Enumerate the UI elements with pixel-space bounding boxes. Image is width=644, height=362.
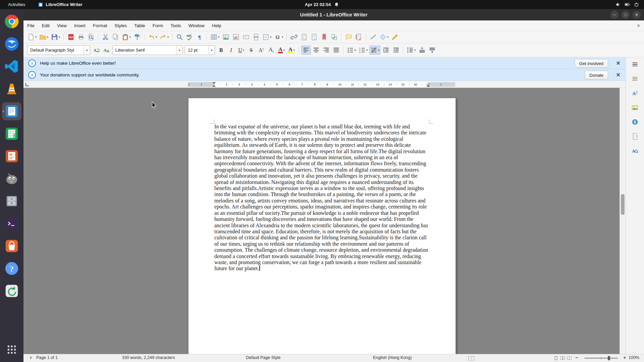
font-color-button[interactable]: ▾ bbox=[277, 46, 286, 55]
decrease-paragraph-spacing-button[interactable] bbox=[427, 46, 437, 55]
align-left-button[interactable] bbox=[301, 46, 311, 55]
dock-libreoffice-writer[interactable] bbox=[2, 102, 21, 120]
dropdown-arrow-icon[interactable]: ▾ bbox=[167, 36, 169, 39]
dropdown-arrow-icon[interactable]: ▾ bbox=[283, 49, 285, 52]
selection-mode-icon[interactable]: I bbox=[468, 356, 474, 360]
get-involved-button[interactable]: Get involved bbox=[575, 59, 608, 68]
unordered-list-button[interactable]: ▾ bbox=[346, 46, 357, 55]
volume-icon[interactable] bbox=[615, 2, 621, 7]
scrollbar-thumb[interactable] bbox=[621, 194, 625, 215]
menu-insert[interactable]: Insert bbox=[70, 21, 89, 30]
menu-format[interactable]: Format bbox=[89, 21, 111, 30]
insert-textbox-button[interactable] bbox=[241, 33, 251, 42]
menu-help[interactable]: Help bbox=[208, 21, 225, 30]
dropdown-arrow-icon[interactable]: ▾ bbox=[156, 36, 157, 39]
justify-button[interactable] bbox=[331, 46, 341, 55]
close-document-icon[interactable]: × bbox=[637, 23, 640, 28]
title-bar[interactable]: Untitled 1 - LibreOffice Writer ─ □ × bbox=[23, 9, 644, 20]
menu-table[interactable]: Table bbox=[130, 21, 149, 30]
menu-form[interactable]: Form bbox=[149, 21, 167, 30]
export-pdf-button[interactable] bbox=[66, 33, 75, 42]
decrease-indent-button[interactable] bbox=[391, 46, 400, 55]
insert-bookmark-button[interactable] bbox=[319, 33, 329, 42]
no-list-button[interactable]: ▾ bbox=[369, 46, 380, 55]
undo-button[interactable]: ▾ bbox=[147, 33, 158, 42]
show-applications-button[interactable] bbox=[2, 341, 21, 359]
sidebar-properties-button[interactable] bbox=[630, 74, 640, 83]
close-button[interactable]: × bbox=[633, 11, 641, 19]
minimize-button[interactable]: ─ bbox=[610, 11, 619, 19]
sidebar-sidebar-settings-button[interactable] bbox=[630, 60, 640, 69]
multi-page-view-icon[interactable] bbox=[560, 356, 565, 361]
first-line-indent-marker[interactable] bbox=[212, 82, 216, 84]
dropdown-arrow-icon[interactable]: ▾ bbox=[366, 49, 368, 52]
basic-shapes-button[interactable]: ▾ bbox=[378, 33, 389, 42]
open-button[interactable]: ▾ bbox=[38, 33, 49, 42]
insert-image-button[interactable] bbox=[221, 33, 230, 42]
donate-button[interactable]: Donate bbox=[585, 71, 608, 79]
document-text[interactable]: In the vast expanse of the universe, our… bbox=[214, 124, 429, 272]
dropdown-arrow-icon[interactable]: ▾ bbox=[35, 36, 37, 39]
increase-indent-button[interactable] bbox=[381, 46, 390, 55]
menu-view[interactable]: View bbox=[53, 21, 70, 30]
page-number-status[interactable]: Page 1 of 1 bbox=[36, 355, 58, 360]
print-button[interactable] bbox=[76, 33, 86, 42]
dropdown-arrow-icon[interactable]: ▾ bbox=[387, 36, 388, 39]
insert-table-button[interactable]: ▾ bbox=[209, 33, 220, 42]
sidebar-styles-button[interactable] bbox=[630, 89, 640, 98]
focused-app-indicator[interactable]: LibreOffice Writer bbox=[38, 2, 83, 7]
dock-terminal[interactable] bbox=[2, 215, 21, 233]
strikethrough-button[interactable] bbox=[247, 46, 256, 55]
dropdown-arrow-icon[interactable]: ▾ bbox=[355, 49, 356, 52]
update-style-button[interactable] bbox=[92, 46, 101, 55]
insert-page-break-button[interactable] bbox=[251, 33, 261, 42]
insert-chart-button[interactable] bbox=[231, 33, 240, 42]
infobar-close-icon[interactable]: × bbox=[616, 70, 620, 79]
insert-line-button[interactable] bbox=[368, 33, 378, 42]
system-tray[interactable] bbox=[615, 2, 639, 7]
dropdown-arrow-icon[interactable]: ▾ bbox=[59, 36, 60, 39]
bold-button[interactable] bbox=[216, 46, 226, 55]
insert-cross-reference-button[interactable] bbox=[329, 33, 339, 42]
font-size-combo[interactable]: 12 pt▾ bbox=[185, 45, 215, 55]
paste-button[interactable]: ▾ bbox=[121, 33, 132, 42]
italic-button[interactable] bbox=[226, 46, 236, 55]
cut-button[interactable] bbox=[101, 33, 110, 42]
paragraph-style-combo[interactable]: Default Paragraph Styl▾ bbox=[27, 45, 90, 55]
insert-field-button[interactable]: ▾ bbox=[261, 33, 272, 42]
activities-button[interactable]: Activities bbox=[5, 1, 28, 8]
dropdown-arrow-icon[interactable]: ▾ bbox=[129, 36, 131, 39]
line-spacing-button[interactable]: ▾ bbox=[406, 46, 417, 55]
dock-ubuntu-software[interactable] bbox=[2, 237, 21, 255]
menu-styles[interactable]: Styles bbox=[111, 21, 131, 30]
dropdown-arrow-icon[interactable]: ▾ bbox=[414, 49, 416, 52]
clone-formatting-button[interactable] bbox=[132, 33, 142, 42]
new-document-button[interactable]: ▾ bbox=[26, 33, 38, 42]
dock-software-updater[interactable] bbox=[2, 282, 21, 300]
increase-paragraph-spacing-button[interactable] bbox=[417, 46, 427, 55]
tab-stop-selector[interactable] bbox=[25, 83, 29, 86]
track-changes-button[interactable] bbox=[354, 33, 363, 42]
zoom-level[interactable]: 100% bbox=[629, 355, 639, 360]
notification-bell-icon[interactable] bbox=[334, 2, 339, 7]
dock-files[interactable] bbox=[2, 192, 21, 210]
battery-icon[interactable] bbox=[625, 2, 630, 7]
dropdown-arrow-icon[interactable]: ▾ bbox=[282, 36, 283, 39]
language-status[interactable]: English (Hong Kong) bbox=[373, 355, 412, 360]
dropdown-arrow-icon[interactable]: ▾ bbox=[218, 36, 219, 39]
clock[interactable]: Apr 22 02:54 bbox=[305, 2, 331, 7]
zoom-slider[interactable] bbox=[584, 358, 618, 359]
dropdown-arrow-icon[interactable]: ▾ bbox=[293, 49, 295, 52]
menu-file[interactable]: File bbox=[23, 21, 38, 30]
show-draw-functions-button[interactable] bbox=[390, 33, 399, 42]
left-indent-marker[interactable] bbox=[212, 85, 216, 87]
superscript-button[interactable] bbox=[257, 46, 266, 55]
sidebar-style-inspector-button[interactable] bbox=[630, 146, 640, 155]
dock-gimp[interactable] bbox=[2, 170, 21, 188]
dock-vscode[interactable] bbox=[2, 57, 21, 75]
save-button[interactable]: ▾ bbox=[50, 33, 61, 42]
zoom-out-button[interactable]: − bbox=[575, 355, 578, 360]
dock-help[interactable] bbox=[2, 259, 21, 278]
formatting-marks-button[interactable] bbox=[195, 33, 204, 42]
menu-tools[interactable]: Tools bbox=[167, 21, 185, 30]
